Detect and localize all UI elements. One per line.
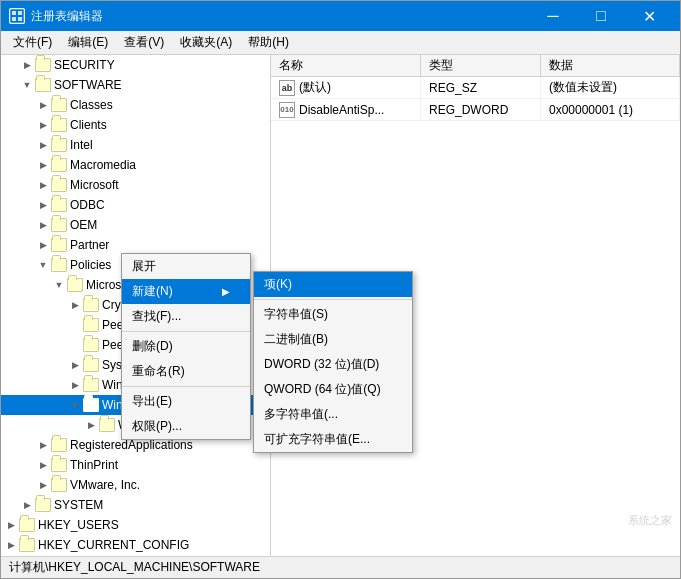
expand-arrow-hkey_users[interactable] — [3, 517, 19, 533]
ctx-item-find[interactable]: 查找(F)... — [122, 304, 250, 329]
ctx-item-expand[interactable]: 展开 — [122, 254, 250, 279]
expand-arrow-cryptography[interactable] — [67, 297, 83, 313]
expand-arrow-windows[interactable] — [67, 377, 83, 393]
ctx-item-rename[interactable]: 重命名(R) — [122, 359, 250, 384]
expand-arrow-system[interactable] — [19, 497, 35, 513]
tree-item-thinprint[interactable]: ThinPrint — [1, 455, 270, 475]
tree-label-system: SYSTEM — [54, 498, 103, 512]
tree-label-thinprint: ThinPrint — [70, 458, 118, 472]
tree-label-odbc: ODBC — [70, 198, 105, 212]
status-text: 计算机\HKEY_LOCAL_MACHINE\SOFTWARE — [9, 559, 260, 576]
sub-item-multistring[interactable]: 多字符串值(... — [254, 402, 412, 427]
detail-cell-type-1: REG_DWORD — [421, 99, 541, 120]
tree-item-odbc[interactable]: ODBC — [1, 195, 270, 215]
tree-item-hkey_users[interactable]: HKEY_USERS — [1, 515, 270, 535]
folder-icon-windows — [83, 378, 99, 392]
tree-item-security[interactable]: SECURITY — [1, 55, 270, 75]
ctx-label-export: 导出(E) — [132, 393, 172, 410]
tree-item-intel[interactable]: Intel — [1, 135, 270, 155]
folder-icon-intel — [51, 138, 67, 152]
expand-arrow-classes[interactable] — [35, 97, 51, 113]
ctx-item-export[interactable]: 导出(E) — [122, 389, 250, 414]
expand-arrow-systemcerts[interactable] — [67, 357, 83, 373]
ctx-label-permissions: 权限(P)... — [132, 418, 182, 435]
expand-arrow-regapps[interactable] — [35, 437, 51, 453]
tree-item-system[interactable]: SYSTEM — [1, 495, 270, 515]
tree-item-microsoft[interactable]: Microsoft — [1, 175, 270, 195]
folder-icon-systemcerts — [83, 358, 99, 372]
svg-rect-3 — [12, 17, 16, 21]
expand-arrow-microsoft[interactable] — [35, 177, 51, 193]
expand-arrow-odbc[interactable] — [35, 197, 51, 213]
row-icon-1: 010 — [279, 102, 295, 118]
expand-arrow-macromedia[interactable] — [35, 157, 51, 173]
ctx-label-expand: 展开 — [132, 258, 156, 275]
tree-item-software[interactable]: SOFTWARE — [1, 75, 270, 95]
main-window: 注册表编辑器 ─ □ ✕ 文件(F)编辑(E)查看(V)收藏夹(A)帮助(H) … — [0, 0, 681, 579]
expand-arrow-peernet[interactable] — [67, 337, 83, 353]
row-name-text-1: DisableAntiSp... — [299, 103, 384, 117]
expand-arrow-peerdist[interactable] — [67, 317, 83, 333]
tree-label-hkey_users: HKEY_USERS — [38, 518, 119, 532]
detail-row-0[interactable]: ab(默认)REG_SZ(数值未设置) — [271, 77, 680, 99]
expand-arrow-policies[interactable] — [35, 257, 51, 273]
sub-item-dword[interactable]: DWORD (32 位)值(D) — [254, 352, 412, 377]
tree-label-macromedia: Macromedia — [70, 158, 136, 172]
sub-item-key[interactable]: 项(K) — [254, 272, 412, 297]
tree-item-classes[interactable]: Classes — [1, 95, 270, 115]
tree-item-oem[interactable]: OEM — [1, 215, 270, 235]
detail-cell-data-0: (数值未设置) — [541, 77, 680, 98]
expand-arrow-oem[interactable] — [35, 217, 51, 233]
expand-arrow-software[interactable] — [19, 77, 35, 93]
detail-cell-type-0: REG_SZ — [421, 77, 541, 98]
detail-cell-name-1: 010DisableAntiSp... — [271, 99, 421, 120]
folder-icon-microsoft — [51, 178, 67, 192]
tree-item-clients[interactable]: Clients — [1, 115, 270, 135]
expand-arrow-hkey_current[interactable] — [3, 537, 19, 553]
menu-item-V[interactable]: 查看(V) — [116, 31, 172, 54]
tree-item-macromedia[interactable]: Macromedia — [1, 155, 270, 175]
folder-icon-peerdist — [83, 318, 99, 332]
ctx-separator-sep1 — [122, 331, 250, 332]
minimize-button[interactable]: ─ — [530, 1, 576, 31]
folder-icon-odbc — [51, 198, 67, 212]
ctx-item-delete[interactable]: 删除(D) — [122, 334, 250, 359]
folder-icon-clients — [51, 118, 67, 132]
submenu-arrow-icon-new: ▶ — [222, 286, 230, 297]
expand-arrow-clients[interactable] — [35, 117, 51, 133]
sub-item-binary[interactable]: 二进制值(B) — [254, 327, 412, 352]
expand-arrow-security[interactable] — [19, 57, 35, 73]
menu-item-H[interactable]: 帮助(H) — [240, 31, 297, 54]
tree-label-hkey_current: HKEY_CURRENT_CONFIG — [38, 538, 189, 552]
sub-item-string[interactable]: 字符串值(S) — [254, 302, 412, 327]
menu-item-E[interactable]: 编辑(E) — [60, 31, 116, 54]
sub-item-expandable[interactable]: 可扩充字符串值(E... — [254, 427, 412, 452]
ctx-label-rename: 重命名(R) — [132, 363, 185, 380]
folder-icon-oem — [51, 218, 67, 232]
tree-item-partner[interactable]: Partner — [1, 235, 270, 255]
expand-arrow-partner[interactable] — [35, 237, 51, 253]
sub-item-qword[interactable]: QWORD (64 位)值(Q) — [254, 377, 412, 402]
expand-arrow-pol-microsoft[interactable] — [51, 277, 67, 293]
menu-item-A[interactable]: 收藏夹(A) — [172, 31, 240, 54]
expand-arrow-vmware[interactable] — [35, 477, 51, 493]
ctx-item-new[interactable]: 新建(N)▶ — [122, 279, 250, 304]
expand-arrow-thinprint[interactable] — [35, 457, 51, 473]
menu-item-F[interactable]: 文件(F) — [5, 31, 60, 54]
ctx-label-delete: 删除(D) — [132, 338, 173, 355]
expand-arrow-intel[interactable] — [35, 137, 51, 153]
submenu: 项(K)字符串值(S)二进制值(B)DWORD (32 位)值(D)QWORD … — [253, 271, 413, 453]
detail-header: 名称 类型 数据 — [271, 55, 680, 77]
maximize-button[interactable]: □ — [578, 1, 624, 31]
ctx-item-permissions[interactable]: 权限(P)... — [122, 414, 250, 439]
close-button[interactable]: ✕ — [626, 1, 672, 31]
tree-item-vmware[interactable]: VMware, Inc. — [1, 475, 270, 495]
expand-arrow-windefender[interactable] — [67, 397, 83, 413]
main-content: SECURITYSOFTWAREClassesClientsIntelMacro… — [1, 55, 680, 556]
col-header-data: 数据 — [541, 55, 680, 76]
tree-item-hkey_current[interactable]: HKEY_CURRENT_CONFIG — [1, 535, 270, 555]
expand-arrow-windowsnt[interactable] — [83, 417, 99, 433]
detail-row-1[interactable]: 010DisableAntiSp...REG_DWORD0x00000001 (… — [271, 99, 680, 121]
folder-icon-hkey_current — [19, 538, 35, 552]
folder-icon-software — [35, 78, 51, 92]
